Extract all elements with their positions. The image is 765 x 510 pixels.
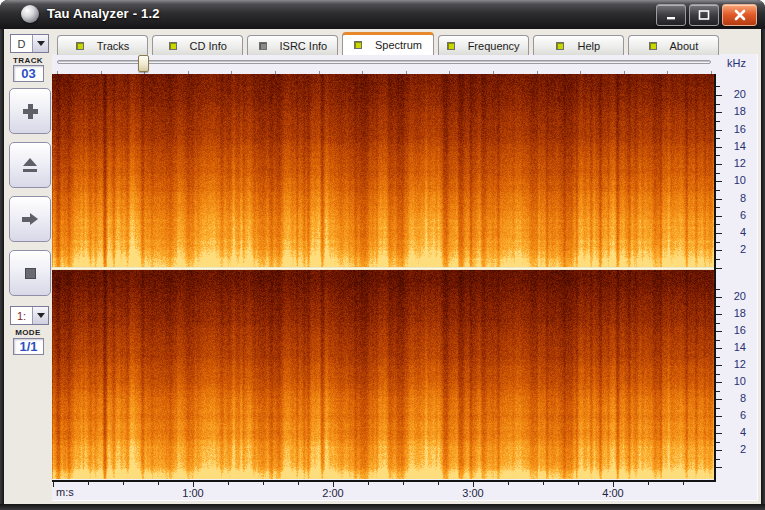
khz-tick — [716, 207, 720, 208]
khz-tick-label: 12 — [724, 358, 746, 370]
slider-tick — [406, 71, 407, 74]
khz-tick — [716, 314, 722, 315]
khz-tick — [716, 155, 720, 156]
title-bar[interactable]: Tau Analyzer - 1.2 — [0, 0, 765, 29]
time-tick-label: 2:00 — [313, 487, 353, 499]
tab-label: Help — [577, 40, 600, 52]
window-frame — [761, 29, 765, 510]
khz-tick — [716, 348, 722, 349]
tab-cd-info[interactable]: CD Info — [152, 35, 243, 55]
time-tick — [298, 481, 299, 485]
tab-spectrum[interactable]: Spectrum — [342, 32, 433, 55]
window-title: Tau Analyzer - 1.2 — [47, 6, 160, 21]
tab-tracks[interactable]: Tracks — [57, 35, 148, 55]
time-tick — [53, 481, 54, 487]
khz-tick-label: 16 — [724, 324, 746, 336]
tab-label: Frequency — [468, 40, 520, 52]
khz-tick — [716, 112, 722, 113]
tab-label: CD Info — [190, 40, 227, 52]
khz-tick-label: 8 — [724, 192, 746, 204]
khz-tick-label: 8 — [724, 392, 746, 404]
slider-tick — [101, 71, 102, 74]
khz-tick — [716, 399, 722, 400]
next-button[interactable] — [9, 196, 51, 242]
position-slider-thumb[interactable] — [138, 55, 149, 72]
maximize-button[interactable] — [689, 4, 719, 26]
khz-tick — [716, 374, 720, 375]
time-tick — [263, 481, 264, 485]
stop-button[interactable] — [9, 250, 51, 296]
tab-indicator-icon — [169, 42, 177, 50]
khz-tick — [716, 199, 722, 200]
khz-tick — [716, 408, 720, 409]
tab-indicator-icon — [556, 42, 564, 50]
slider-tick — [624, 71, 625, 74]
khz-tick — [716, 86, 720, 87]
window-frame — [0, 29, 4, 510]
frequency-axis-unit: kHz — [724, 57, 746, 69]
khz-tick-label: 20 — [724, 88, 746, 100]
slider-tick — [449, 71, 450, 74]
khz-tick — [716, 95, 722, 96]
mode-select-dropdown-button[interactable] — [32, 307, 48, 324]
khz-tick-label: 14 — [724, 140, 746, 152]
khz-tick — [716, 138, 720, 139]
sidebar: D TRACK 03 1: MODE 1/1 — [4, 29, 52, 504]
drive-select-dropdown-button[interactable] — [32, 35, 48, 52]
khz-tick — [716, 233, 722, 234]
eject-button[interactable] — [9, 142, 51, 188]
minimize-button[interactable] — [656, 4, 686, 26]
khz-tick — [716, 306, 720, 307]
khz-tick — [716, 450, 722, 451]
khz-tick — [716, 130, 722, 131]
tab-label: ISRC Info — [280, 40, 328, 52]
khz-tick — [716, 459, 720, 460]
mode-select[interactable]: 1: — [10, 306, 49, 325]
plus-icon — [23, 104, 38, 119]
khz-tick-label: 18 — [724, 105, 746, 117]
position-slider[interactable] — [57, 60, 711, 64]
khz-tick-label: 6 — [724, 409, 746, 421]
window-frame — [0, 504, 765, 510]
app-icon — [21, 5, 39, 23]
khz-tick-label: 6 — [724, 209, 746, 221]
khz-tick — [716, 382, 722, 383]
slider-tick — [711, 71, 712, 74]
eject-icon — [23, 158, 37, 172]
slider-tick — [57, 71, 58, 74]
tab-indicator-icon — [649, 42, 657, 50]
khz-tick — [716, 250, 722, 251]
khz-tick-label: 18 — [724, 307, 746, 319]
time-tick — [508, 481, 509, 485]
time-tick-label: 1:00 — [173, 487, 213, 499]
close-button[interactable] — [722, 4, 757, 26]
time-tick-label: 3:00 — [453, 487, 493, 499]
khz-tick — [716, 224, 720, 225]
khz-tick — [716, 365, 722, 366]
tab-label: Spectrum — [375, 39, 422, 51]
tab-indicator-icon — [259, 42, 267, 50]
tab-frequency[interactable]: Frequency — [438, 35, 529, 55]
khz-tick-label: 10 — [724, 375, 746, 387]
khz-tick — [716, 391, 720, 392]
drive-select[interactable]: D — [10, 34, 49, 53]
khz-tick — [716, 297, 722, 298]
slider-tick — [537, 71, 538, 74]
khz-tick-label: 20 — [724, 290, 746, 302]
khz-tick — [716, 104, 720, 105]
tab-help[interactable]: Help — [533, 35, 624, 55]
khz-tick-label: 2 — [724, 443, 746, 455]
time-axis-unit: m:s — [56, 486, 74, 498]
spectrogram — [52, 74, 714, 479]
plus-button[interactable] — [9, 88, 51, 134]
time-axis-line — [52, 480, 716, 482]
khz-tick-label: 16 — [724, 123, 746, 135]
slider-tick — [231, 71, 232, 74]
khz-tick — [716, 121, 720, 122]
tab-indicator-icon — [354, 41, 362, 49]
slider-tick — [493, 71, 494, 74]
khz-tick-label: 10 — [724, 174, 746, 186]
tab-about[interactable]: About — [628, 35, 719, 55]
khz-tick — [716, 357, 720, 358]
tab-isrc-info[interactable]: ISRC Info — [247, 35, 338, 55]
